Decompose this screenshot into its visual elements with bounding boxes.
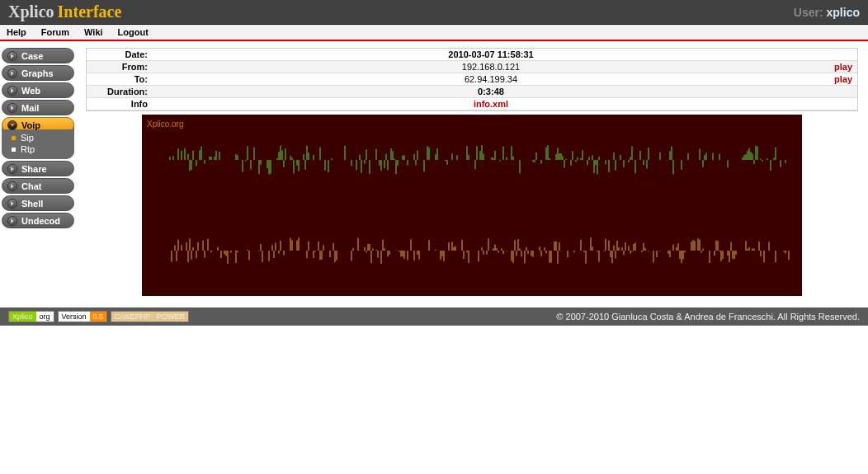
sidebar-item-undecod[interactable]: Undecod [2, 213, 74, 228]
row-date: Date: 2010-03-07 11:58:31 [87, 49, 857, 61]
sidebar: Case Graphs Web Mail Voip Sip Rtp Share … [0, 48, 74, 228]
label-duration: Duration: [87, 86, 153, 98]
badge-cake-a: CAKEPHP [111, 312, 153, 321]
user-box: User: xplico [794, 6, 860, 19]
sidebar-label-graphs: Graphs [21, 68, 54, 78]
badge-xplico-b: org [36, 312, 54, 321]
content: Date: 2010-03-07 11:58:31 From: 192.168.… [86, 48, 868, 296]
arrow-icon [7, 181, 17, 191]
arrow-down-icon [7, 120, 17, 130]
action-blank [829, 98, 857, 110]
action-blank [829, 86, 857, 98]
sidebar-item-case[interactable]: Case [2, 48, 74, 63]
play-to-link[interactable]: play [834, 74, 852, 84]
sidebar-label-undecod: Undecod [21, 216, 60, 226]
sidebar-label-web: Web [21, 86, 40, 96]
row-duration: Duration: 0:3:48 [87, 86, 857, 98]
badge-xplico-a: Xplico [9, 312, 36, 321]
sidebar-item-graphs[interactable]: Graphs [2, 65, 74, 81]
sidebar-subitem-rtp[interactable]: Rtp [12, 143, 69, 155]
value-from: 192.168.0.121 [153, 61, 829, 73]
sidebar-item-mail[interactable]: Mail [2, 100, 74, 115]
sidebar-item-shell[interactable]: Shell [2, 195, 74, 211]
sidebar-label-chat: Chat [21, 181, 41, 191]
play-from-link[interactable]: play [834, 62, 852, 72]
footer-badges: Xplicoorg Version0.5 CAKEPHPPOWER [8, 311, 189, 322]
sidebar-item-share[interactable]: Share [2, 161, 74, 176]
nav-wiki[interactable]: Wiki [84, 27, 103, 37]
badge-cake-b: POWER [153, 312, 188, 321]
info-xml-link[interactable]: info.xml [474, 99, 508, 109]
value-to: 62.94.199.34 [153, 73, 829, 86]
sidebar-label-case: Case [21, 51, 43, 61]
brand-part2: Interface [58, 2, 122, 21]
value-date: 2010-03-07 11:58:31 [448, 49, 533, 59]
sidebar-label-shell: Shell [21, 199, 43, 209]
row-to: To: 62.94.199.34 play [87, 73, 857, 86]
nav-logout[interactable]: Logout [118, 27, 149, 37]
arrow-icon [7, 103, 17, 113]
header: XplicoInterface User: xplico [0, 0, 868, 25]
brand: XplicoInterface [8, 2, 121, 21]
sidebar-sublabel-rtp: Rtp [21, 144, 35, 154]
badge-version[interactable]: Version0.5 [58, 311, 108, 322]
label-to: To: [87, 73, 153, 86]
action-blank [829, 49, 857, 61]
label-from: From: [87, 61, 153, 73]
sidebar-item-chat[interactable]: Chat [2, 178, 74, 194]
arrow-icon [7, 164, 17, 174]
sidebar-group-voip: Voip Sip Rtp [2, 117, 74, 159]
sidebar-submenu-voip: Sip Rtp [2, 129, 74, 159]
badge-cakephp[interactable]: CAKEPHPPOWER [111, 311, 189, 322]
row-info: Info info.xml [87, 98, 857, 110]
user-label: User: [794, 6, 823, 19]
main: Case Graphs Web Mail Voip Sip Rtp Share … [0, 41, 868, 296]
badge-version-a: Version [59, 312, 90, 321]
waveform-panel: Xplico.org [142, 115, 802, 296]
badge-xplico[interactable]: Xplicoorg [8, 311, 54, 322]
sidebar-label-share: Share [21, 164, 47, 174]
row-from: From: 192.168.0.121 play [87, 61, 857, 73]
info-table: Date: 2010-03-07 11:58:31 From: 192.168.… [86, 48, 858, 111]
arrow-icon [7, 199, 17, 209]
arrow-icon [7, 216, 17, 226]
sidebar-item-web[interactable]: Web [2, 82, 74, 98]
label-info: Info [87, 98, 153, 110]
arrow-icon [7, 51, 17, 61]
sidebar-subitem-sip[interactable]: Sip [12, 132, 69, 143]
footer: Xplicoorg Version0.5 CAKEPHPPOWER © 2007… [0, 307, 868, 326]
badge-version-b: 0.5 [90, 312, 107, 321]
nav-help[interactable]: Help [7, 27, 26, 37]
value-duration: 0:3:48 [478, 87, 504, 96]
sidebar-label-mail: Mail [21, 103, 39, 113]
user-name: xplico [827, 6, 860, 19]
sidebar-label-voip: Voip [21, 120, 40, 130]
arrow-icon [7, 86, 17, 96]
footer-copyright: © 2007-2010 Gianluca Costa & Andrea de F… [556, 312, 860, 321]
waveform-watermark: Xplico.org [147, 120, 183, 129]
label-date: Date: [87, 49, 153, 61]
waveform-svg [142, 115, 802, 296]
arrow-icon [7, 68, 17, 78]
sidebar-sublabel-sip: Sip [21, 133, 34, 143]
top-nav: Help Forum Wiki Logout [0, 25, 868, 41]
nav-forum[interactable]: Forum [41, 27, 69, 37]
brand-part1: Xplico [8, 2, 54, 21]
